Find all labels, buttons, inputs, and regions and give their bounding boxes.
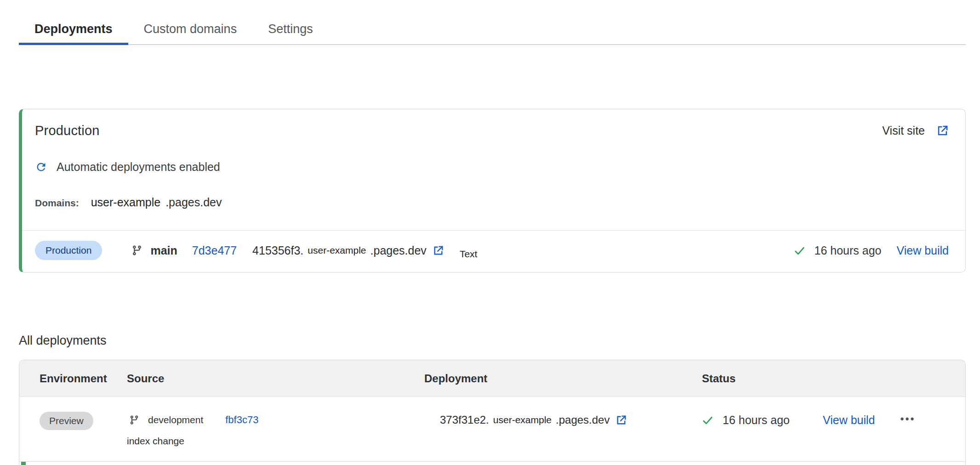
note-text: Text	[460, 249, 478, 260]
commit-link[interactable]: fbf3c73	[225, 414, 258, 426]
git-branch-icon	[131, 245, 142, 256]
deployment-url-suffix: .pages.dev	[556, 414, 610, 426]
deployment-status: 16 hours ago View build	[794, 244, 949, 257]
deploy-time: 16 hours ago	[723, 414, 790, 427]
visit-site-label: Visit site	[882, 124, 925, 137]
tab-deployments[interactable]: Deployments	[19, 14, 128, 44]
refresh-icon	[35, 161, 47, 173]
domains-row: Domains: user-example .pages.dev	[35, 196, 965, 209]
table-row: Preview development fbf3c73 index change…	[19, 397, 965, 462]
page-content: Deployments Custom domains Settings Prod…	[19, 14, 966, 465]
commit-message: index change	[127, 435, 184, 448]
auto-deploy-text: Automatic deployments enabled	[57, 160, 220, 174]
next-row-green-indicator	[21, 462, 26, 465]
environment-badge: Preview	[40, 412, 93, 430]
environment-badge: Production	[35, 241, 102, 260]
commit-link[interactable]: 7d3e477	[192, 244, 237, 257]
column-header-status: Status	[702, 372, 965, 385]
deployment-url-prefix: 373f31e2.	[440, 414, 489, 426]
branch-name: development	[148, 414, 203, 425]
deployments-table: Environment Source Deployment Status Pre…	[19, 360, 966, 465]
external-link-icon	[936, 125, 949, 137]
domains-label: Domains:	[35, 198, 79, 209]
column-header-deployment: Deployment	[424, 372, 702, 385]
view-build-link[interactable]: View build	[896, 244, 949, 257]
tab-settings[interactable]: Settings	[252, 14, 329, 44]
deployment-url: 415356f3. user-example .pages.dev	[252, 244, 427, 257]
visit-site-link[interactable]: Visit site	[882, 124, 949, 137]
more-options-icon[interactable]: •••	[900, 414, 915, 425]
all-deployments-title: All deployments	[19, 334, 966, 348]
external-link-icon[interactable]	[615, 414, 627, 426]
production-deployment-row: Production main 7d3e477 415356f3. user-e…	[22, 230, 965, 272]
domain-suffix: .pages.dev	[165, 196, 222, 209]
view-build-link[interactable]: View build	[823, 414, 875, 427]
deploy-time: 16 hours ago	[815, 244, 882, 257]
tab-bar: Deployments Custom domains Settings	[19, 14, 966, 45]
success-check-icon	[702, 414, 713, 426]
branch-name: main	[150, 244, 177, 257]
domain-name: user-example	[91, 196, 160, 209]
deployment-url-suffix: .pages.dev	[370, 244, 427, 257]
next-row-partial	[19, 462, 965, 465]
table-header-row: Environment Source Deployment Status	[19, 360, 965, 397]
production-card: Production Visit site Automatic deployme…	[19, 109, 966, 272]
deployment-url: 373f31e2. user-example .pages.dev	[440, 414, 610, 426]
tab-custom-domains[interactable]: Custom domains	[128, 14, 253, 44]
column-header-environment: Environment	[40, 372, 127, 385]
production-title: Production	[35, 123, 100, 138]
column-header-source: Source	[127, 372, 424, 385]
deployment-url-prefix: 415356f3.	[252, 244, 303, 257]
git-branch-icon	[129, 415, 139, 425]
deployment-url-name: user-example	[308, 245, 366, 256]
success-check-icon	[794, 245, 805, 256]
external-link-icon[interactable]	[433, 245, 444, 256]
auto-deploy-row: Automatic deployments enabled	[35, 160, 965, 174]
deployment-url-name: user-example	[493, 414, 552, 425]
